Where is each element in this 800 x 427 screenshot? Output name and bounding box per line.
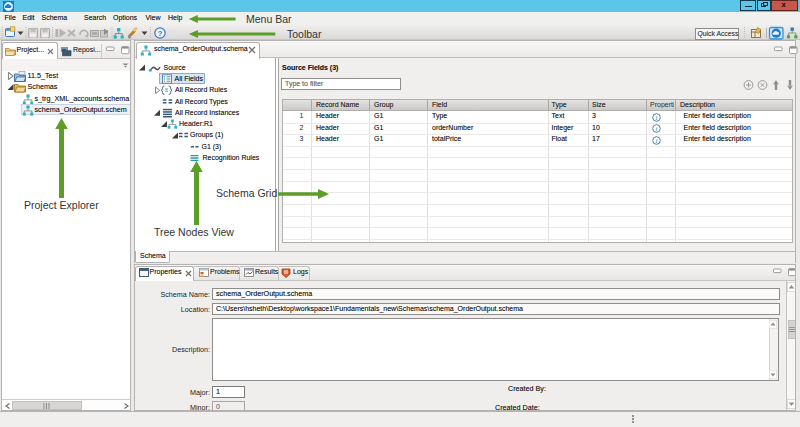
svg-text:?: ? (158, 29, 163, 38)
svg-text:i: i (655, 125, 657, 133)
svg-text:i: i (655, 114, 657, 122)
svg-text:i: i (655, 137, 657, 145)
